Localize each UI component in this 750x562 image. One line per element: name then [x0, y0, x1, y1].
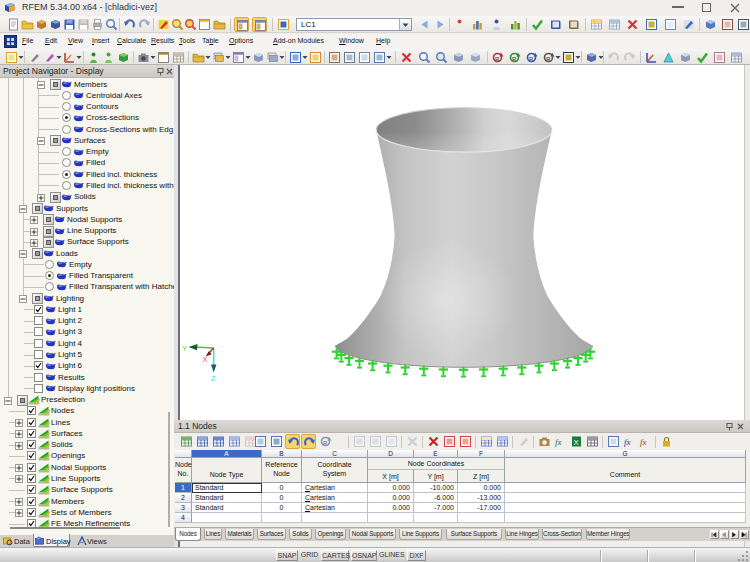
svg-text:R: R: [495, 56, 500, 62]
svg-text:fx: fx: [624, 437, 631, 447]
svg-text:Y: Y: [182, 344, 187, 353]
svg-text:Z: Z: [211, 374, 216, 383]
svg-text:R: R: [323, 440, 328, 446]
svg-text:R: R: [512, 56, 517, 62]
svg-text:fx: fx: [640, 437, 647, 447]
svg-text:X: X: [203, 355, 208, 364]
svg-text:X: X: [574, 438, 580, 447]
svg-text:R: R: [529, 56, 534, 62]
svg-text:R: R: [546, 56, 551, 62]
svg-text:fx: fx: [555, 437, 562, 447]
